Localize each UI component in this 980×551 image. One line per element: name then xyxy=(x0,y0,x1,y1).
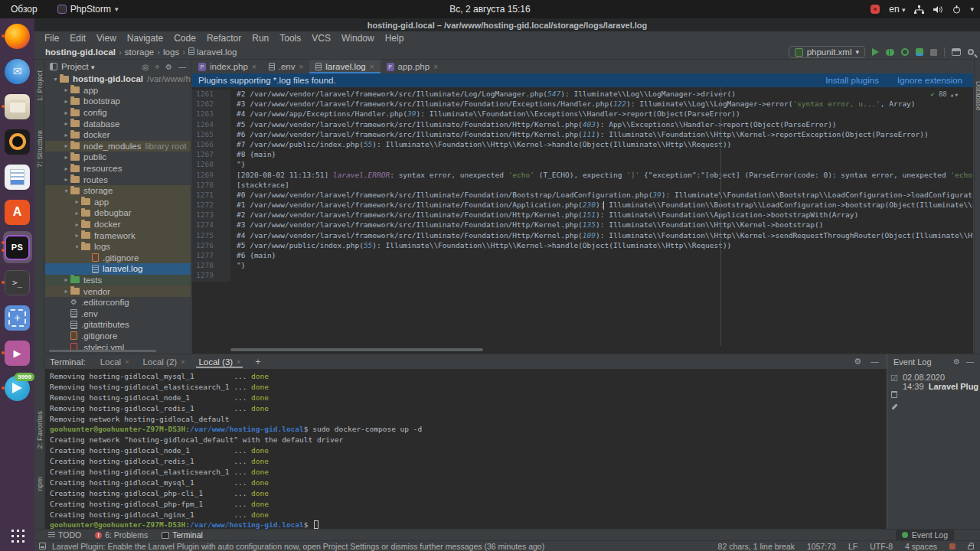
editor-scrollbar[interactable] xyxy=(192,346,973,354)
expand-arrow-icon[interactable]: ▾ xyxy=(62,187,70,194)
tool-button-todo[interactable]: TODO xyxy=(48,530,81,540)
breadcrumb-item-storage[interactable]: storage xyxy=(125,47,154,57)
editor-tab-.env[interactable]: .env× xyxy=(263,60,310,73)
tree-item-tests[interactable]: ▸tests xyxy=(45,275,191,286)
activities-button[interactable]: Обзор xyxy=(11,4,38,15)
hide-panel-icon[interactable]: — xyxy=(871,357,879,367)
expand-arrow-icon[interactable]: ▸ xyxy=(62,288,70,295)
mark-all-read-icon[interactable]: ☑ xyxy=(890,373,898,383)
expand-arrow-icon[interactable]: ▸ xyxy=(73,198,81,205)
tree-item-docker[interactable]: ▸docker xyxy=(45,219,191,230)
close-icon[interactable]: × xyxy=(237,358,240,366)
lock-icon[interactable] xyxy=(968,545,974,549)
tree-item-routes[interactable]: ▸routes xyxy=(45,174,191,185)
tool-button-favorites[interactable]: 2: Favorites xyxy=(35,411,44,449)
inspections-widget[interactable]: ✔ 88 ▲▼ xyxy=(931,90,960,98)
tool-button-terminal[interactable]: Terminal xyxy=(162,530,203,540)
terminal-tab-Local (2)[interactable]: Local (2)× xyxy=(136,354,191,369)
dock-item-videos[interactable] xyxy=(0,335,34,370)
tool-button-database[interactable]: Database xyxy=(975,81,980,111)
expand-arrow-icon[interactable]: ▸ xyxy=(62,142,70,149)
menu-vcs[interactable]: VCS xyxy=(306,33,336,44)
menu-run[interactable]: Run xyxy=(247,33,274,44)
expand-arrow-icon[interactable]: ▸ xyxy=(73,232,81,239)
tree-item-config[interactable]: ▸config xyxy=(45,107,191,119)
expand-arrow-icon[interactable]: ▸ xyxy=(62,120,70,127)
file-encoding[interactable]: UTF-8 xyxy=(870,542,893,551)
tree-item-.gitattributes[interactable]: .gitattributes xyxy=(45,319,191,331)
menu-view[interactable]: View xyxy=(91,33,122,44)
tree-item-bootstrap[interactable]: ▸bootstrap xyxy=(45,96,191,107)
run-configuration-select[interactable]: phpunit.xml ▾ xyxy=(789,46,865,58)
expand-arrow-icon[interactable]: ▾ xyxy=(73,243,81,250)
search-everywhere-button[interactable] xyxy=(968,49,974,55)
menu-edit[interactable]: Edit xyxy=(64,33,91,44)
tree-item-debugbar[interactable]: ▸debugbar xyxy=(45,207,191,219)
caret-position[interactable]: 1057:73 xyxy=(807,542,836,551)
run-button[interactable] xyxy=(872,48,879,56)
menu-navigate[interactable]: Navigate xyxy=(122,33,168,44)
expand-arrow-icon[interactable]: ▸ xyxy=(62,98,70,105)
editor-tab-laravel.log[interactable]: laravel.log× xyxy=(309,60,380,73)
app-menu-button[interactable]: PhpStorm ▾ xyxy=(57,4,119,15)
clear-all-icon[interactable] xyxy=(891,391,897,398)
tree-item-storage[interactable]: ▾storage xyxy=(45,185,191,197)
breadcrumb-item-logs[interactable]: logs xyxy=(163,47,179,57)
profiler-button[interactable] xyxy=(916,48,923,56)
breadcrumb-item-hosting-gid.local[interactable]: hosting-gid.local xyxy=(45,47,116,57)
show-applications-button[interactable] xyxy=(10,528,25,543)
close-icon[interactable]: × xyxy=(181,358,185,366)
expand-arrow-icon[interactable]: ▸ xyxy=(62,132,70,139)
add-terminal-tab-button[interactable]: + xyxy=(249,357,266,367)
tree-item-node_modules[interactable]: ▸node_moduleslibrary root xyxy=(45,141,191,152)
prev-next-problem-icons[interactable]: ▲▼ xyxy=(951,92,959,97)
tree-item-laravel.log[interactable]: laravel.log xyxy=(45,263,191,275)
gear-icon[interactable]: ⚙ xyxy=(953,357,960,366)
tree-item-.gitignore[interactable]: .gitignore xyxy=(45,253,191,264)
tree-item-app[interactable]: ▸app xyxy=(45,197,191,208)
tree-item-framework[interactable]: ▸framework xyxy=(45,230,191,241)
close-icon[interactable]: × xyxy=(433,63,438,71)
dock-item-software[interactable] xyxy=(0,194,34,230)
tree-item-.editorconfig[interactable]: ⚙.editorconfig xyxy=(45,297,191,308)
dock-item-writer[interactable] xyxy=(0,159,34,194)
tool-window-switcher-icon[interactable] xyxy=(39,543,46,549)
tree-item-logs[interactable]: ▾logs xyxy=(45,241,191,253)
project-scrollbar[interactable] xyxy=(49,350,156,352)
menu-help[interactable]: Help xyxy=(380,33,410,44)
expand-arrow-icon[interactable]: ▸ xyxy=(62,276,70,283)
expand-arrow-icon[interactable]: ▸ xyxy=(62,154,70,161)
breadcrumb-item-laravel.log[interactable]: laravel.log xyxy=(188,47,237,57)
editor-content[interactable]: 1261#2 /var/www/vendor/laravel/framework… xyxy=(192,87,973,346)
expand-arrow-icon[interactable]: ▸ xyxy=(73,210,81,217)
dock-item-rhythmbox[interactable] xyxy=(0,124,34,159)
menu-code[interactable]: Code xyxy=(168,33,201,44)
line-separator[interactable]: LF xyxy=(848,542,858,551)
project-view-selector[interactable]: Project ▾ xyxy=(61,62,95,71)
close-icon[interactable]: × xyxy=(125,358,129,366)
close-icon[interactable]: × xyxy=(252,63,256,71)
console-button[interactable] xyxy=(952,48,961,56)
collapse-all-icon[interactable]: ÷ xyxy=(155,63,160,71)
dock-item-firefox[interactable] xyxy=(0,18,34,54)
menu-window[interactable]: Window xyxy=(336,33,380,44)
editor-tab-index.php[interactable]: Pindex.php× xyxy=(192,60,263,73)
indent-style[interactable]: 4 spaces xyxy=(905,542,937,551)
highlighting-level-icon[interactable] xyxy=(949,543,956,549)
menu-file[interactable]: File xyxy=(39,33,64,44)
editor-tab-app.php[interactable]: Papp.php× xyxy=(381,60,444,73)
status-message[interactable]: Laravel Plugin: Enable the Laravel Plugi… xyxy=(52,542,544,551)
close-icon[interactable]: × xyxy=(299,63,303,71)
screen-recorder-icon[interactable] xyxy=(871,5,880,14)
clock[interactable]: Вс, 2 августа 15:16 xyxy=(449,4,530,15)
dock-item-files[interactable] xyxy=(0,89,34,124)
locate-file-icon[interactable]: ◎ xyxy=(142,63,149,71)
tree-item-app[interactable]: ▸app xyxy=(45,85,191,96)
event-log-settings-icon[interactable] xyxy=(891,403,897,409)
tool-button-event-log[interactable]: Event Log xyxy=(896,530,954,540)
tree-item-.env[interactable]: .env xyxy=(45,308,191,319)
tree-item-.gitignore[interactable]: .gitignore xyxy=(45,331,191,342)
tree-item-vendor[interactable]: ▸vendor xyxy=(45,285,191,297)
install-plugins-link[interactable]: Install plugins xyxy=(825,76,879,85)
system-menu-chevron-icon[interactable]: ▾ xyxy=(970,5,974,13)
